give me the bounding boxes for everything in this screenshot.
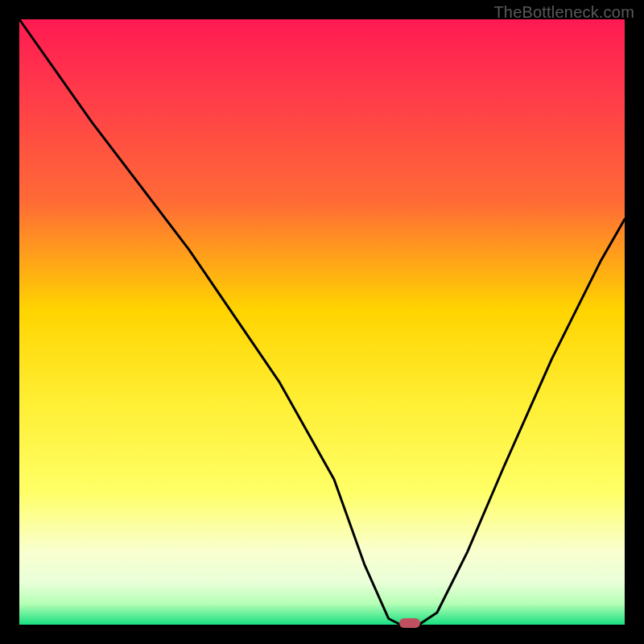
optimal-point-marker: [399, 618, 420, 628]
chart-svg: [0, 0, 644, 644]
plot-background: [19, 19, 625, 625]
watermark-text: TheBottleneck.com: [493, 3, 634, 22]
bottleneck-chart: TheBottleneck.com: [0, 0, 644, 644]
